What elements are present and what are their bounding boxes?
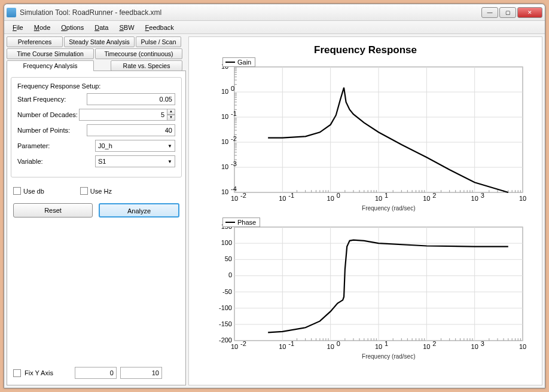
svg-text:10: 10 <box>221 188 228 195</box>
tab-pulse-scan[interactable]: Pulse / Scan <box>136 36 181 47</box>
use-hz-checkbox[interactable] <box>80 187 88 195</box>
chevron-down-icon: ▼ <box>167 143 172 149</box>
tab-preferences[interactable]: Preferences <box>7 36 63 47</box>
svg-text:-100: -100 <box>219 304 232 311</box>
reset-button[interactable]: Reset <box>13 203 93 218</box>
svg-text:0: 0 <box>231 85 234 92</box>
svg-text:10: 10 <box>471 343 478 350</box>
svg-text:-200: -200 <box>219 336 232 344</box>
svg-text:10: 10 <box>231 195 238 202</box>
fix-y-max-input[interactable] <box>120 367 162 379</box>
gain-chart: Gain 10-210-110010110210310410-410-310-2… <box>218 61 531 210</box>
svg-text:10: 10 <box>423 343 430 350</box>
svg-text:-150: -150 <box>219 320 232 327</box>
svg-text:1: 1 <box>385 340 388 347</box>
svg-text:0: 0 <box>228 271 232 278</box>
use-db-label: Use db <box>23 188 44 195</box>
svg-text:0: 0 <box>337 192 340 199</box>
fix-y-checkbox[interactable] <box>13 369 21 377</box>
svg-text:3: 3 <box>481 340 484 347</box>
svg-text:10: 10 <box>423 195 430 202</box>
svg-text:10: 10 <box>327 195 334 202</box>
tab-rate-vs-species[interactable]: Rate vs. Species <box>111 60 182 71</box>
variable-combo[interactable]: S1 ▼ <box>95 155 175 167</box>
svg-text:-1: -1 <box>231 110 237 117</box>
menu-sbw[interactable]: SBW <box>114 23 139 32</box>
svg-text:-1: -1 <box>288 192 294 199</box>
decades-input[interactable] <box>79 109 167 121</box>
svg-text:-2: -2 <box>231 135 237 142</box>
menu-feedback[interactable]: Feedback <box>141 23 179 32</box>
parameter-label: Parameter: <box>17 142 95 149</box>
svg-text:-2: -2 <box>240 192 246 199</box>
svg-text:10: 10 <box>279 195 286 202</box>
points-input[interactable] <box>87 124 175 136</box>
svg-text:10: 10 <box>375 195 382 202</box>
close-button[interactable]: ✕ <box>517 7 542 18</box>
chevron-down-icon: ▼ <box>167 159 172 164</box>
variable-value: S1 <box>98 158 106 165</box>
menu-mode[interactable]: Mode <box>29 23 56 32</box>
phase-xlabel: Frequency (rad/sec) <box>362 353 415 360</box>
svg-text:10: 10 <box>327 343 334 350</box>
parameter-value: J0_h <box>98 142 112 149</box>
menu-data[interactable]: Data <box>90 23 113 32</box>
menu-file[interactable]: File <box>8 23 28 32</box>
gain-legend: Gain <box>222 57 255 67</box>
svg-text:0: 0 <box>337 340 340 347</box>
svg-text:-1: -1 <box>288 340 294 347</box>
svg-text:3: 3 <box>481 192 484 199</box>
window-title: Simulation Tool: RoadRunner - feedback.x… <box>20 8 481 17</box>
analyze-button[interactable]: Analyze <box>99 203 179 218</box>
svg-text:10: 10 <box>221 113 228 120</box>
decades-spin-down[interactable]: ▼ <box>167 115 175 121</box>
fix-y-label: Fix Y Axis <box>25 369 53 376</box>
phase-legend: Phase <box>222 218 260 227</box>
start-freq-label: Start Frequency: <box>17 96 87 103</box>
gain-xlabel: Frequency (rad/sec) <box>362 205 415 212</box>
points-label: Number of Points: <box>17 127 87 134</box>
svg-text:-2: -2 <box>240 340 246 347</box>
use-db-checkbox[interactable] <box>13 187 21 195</box>
decades-label: Number of Decades: <box>17 111 79 118</box>
svg-text:10: 10 <box>375 343 382 350</box>
menu-options[interactable]: Options <box>56 23 89 32</box>
app-icon <box>7 8 16 17</box>
svg-text:10: 10 <box>519 195 526 202</box>
tab-timecourse-sim[interactable]: Time Course Simulation <box>7 48 94 59</box>
svg-text:-50: -50 <box>222 288 232 295</box>
svg-text:10: 10 <box>221 163 228 170</box>
parameter-combo[interactable]: J0_h ▼ <box>95 140 175 152</box>
svg-text:10: 10 <box>279 343 286 350</box>
svg-text:10: 10 <box>221 138 228 145</box>
variable-label: Variable: <box>17 158 95 165</box>
fix-y-min-input[interactable] <box>75 367 117 379</box>
minimize-button[interactable]: — <box>481 7 498 18</box>
titlebar: Simulation Tool: RoadRunner - feedback.x… <box>4 4 545 21</box>
svg-text:10: 10 <box>231 343 238 350</box>
tab-timecourse-cont[interactable]: Timecourse (continuous) <box>95 48 182 59</box>
chart-title: Frequency Response <box>194 44 537 56</box>
decades-spin-up[interactable]: ▲ <box>167 109 175 115</box>
svg-text:100: 100 <box>221 239 232 246</box>
svg-text:2: 2 <box>432 192 436 199</box>
svg-text:50: 50 <box>225 255 232 262</box>
svg-text:2: 2 <box>432 340 436 347</box>
tab-frequency-analysis[interactable]: Frequency Analysis <box>7 60 94 71</box>
menubar: File Mode Options Data SBW Feedback <box>4 21 545 34</box>
tab-steady-state[interactable]: Steady State Analysis <box>64 36 135 47</box>
svg-text:10: 10 <box>471 195 478 202</box>
setup-legend: Frequency Response Setup: <box>17 82 175 90</box>
svg-text:1: 1 <box>385 192 388 199</box>
svg-text:10: 10 <box>519 343 526 350</box>
start-freq-input[interactable] <box>87 93 175 105</box>
use-hz-label: Use Hz <box>90 188 112 195</box>
phase-chart: Phase 10-210-1100101102103104-200-150-10… <box>218 221 531 359</box>
svg-text:10: 10 <box>221 88 228 95</box>
svg-text:-4: -4 <box>231 185 237 192</box>
maximize-button[interactable]: ▢ <box>499 7 516 18</box>
svg-text:-3: -3 <box>231 160 237 167</box>
